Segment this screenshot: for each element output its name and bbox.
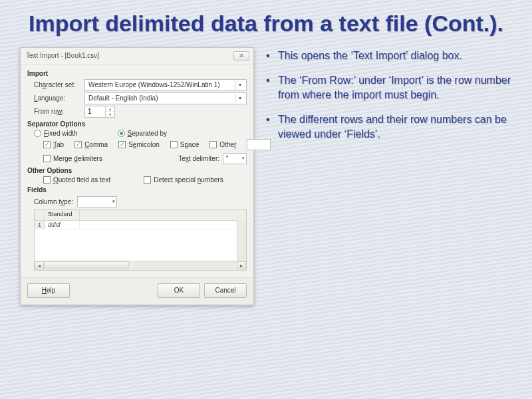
scroll-right-icon[interactable]: ▸ (237, 261, 246, 269)
fields-preview[interactable]: Standard 1 dsfsf ◂ ▸ (34, 209, 247, 271)
radio-fixed-width[interactable]: Fixed width (34, 130, 78, 137)
list-item: The different rows and their row numbers… (266, 112, 512, 141)
radio-icon (34, 130, 41, 137)
checkbox-detect[interactable]: Detect special numbers (144, 176, 223, 184)
dialog-titlebar: Text Import - [Book1.csv] ✕ (21, 48, 253, 65)
chevron-down-icon: ▾ (112, 199, 115, 204)
checkbox-space[interactable]: Space (170, 139, 199, 150)
checkbox-icon (43, 176, 51, 184)
chevron-down-icon: ▾ (242, 156, 245, 161)
checkbox-other[interactable]: Other (209, 139, 236, 150)
charset-value: Western Europe (Windows-1252/WinLatin 1) (88, 81, 220, 88)
dialog-title: Text Import - [Book1.csv] (26, 52, 99, 59)
row-number: 1 (35, 221, 45, 229)
chevron-down-icon: ▾ (235, 80, 244, 90)
section-fields: Fields (27, 186, 247, 194)
fromrow-spinner[interactable]: ▴ ▾ (84, 106, 115, 118)
scrollbar-thumb[interactable] (44, 261, 129, 269)
radio-separated-by[interactable]: Separated by (118, 130, 168, 137)
list-item: This opens the ‘Text Import’ dialog box. (266, 49, 512, 63)
text-import-dialog: Text Import - [Book1.csv] ✕ Import Chara… (20, 47, 254, 305)
textdelim-value: " (226, 155, 229, 162)
spinner-up-icon[interactable]: ▴ (106, 106, 114, 112)
checkbox-icon (43, 155, 51, 162)
language-value: Default - English (India) (88, 94, 158, 102)
checkbox-icon (118, 141, 126, 148)
vertical-scrollbar[interactable] (237, 220, 246, 261)
checkbox-icon (170, 141, 178, 148)
textdelim-label: Text delimiter: (178, 155, 219, 162)
checkbox-tab[interactable]: Tab (43, 139, 64, 150)
charset-label: Character set: (34, 81, 82, 88)
checkbox-icon (209, 141, 217, 148)
fromrow-label: From row: (34, 108, 82, 115)
column-header: Standard (45, 210, 80, 220)
checkbox-semicolon[interactable]: Semicolon (118, 139, 160, 150)
charset-select[interactable]: Western Europe (Windows-1252/WinLatin 1)… (84, 79, 247, 91)
checkbox-comma[interactable]: Comma (74, 139, 108, 150)
checkbox-icon (74, 141, 82, 148)
language-label: Language: (34, 94, 82, 102)
checkbox-quoted[interactable]: Quoted field as text (43, 176, 110, 184)
chevron-down-icon: ▾ (235, 94, 244, 103)
fromrow-input[interactable] (85, 106, 105, 117)
checkbox-icon (43, 141, 51, 148)
slide-title: Import delimited data from a text file (… (0, 0, 532, 38)
checkbox-merge[interactable]: Merge delimiters (43, 155, 102, 162)
section-separator: Separator Options (27, 120, 247, 128)
textdelim-select[interactable]: " ▾ (223, 153, 247, 164)
close-icon[interactable]: ✕ (233, 51, 249, 61)
radio-icon (118, 130, 125, 137)
language-select[interactable]: Default - English (India) ▾ (84, 92, 247, 104)
cancel-button[interactable]: Cancel (204, 283, 247, 298)
table-row: 1 dsfsf (35, 221, 246, 229)
section-import: Import (27, 70, 247, 77)
horizontal-scrollbar[interactable]: ◂ ▸ (35, 261, 246, 270)
section-other: Other Options (27, 167, 247, 174)
bullet-list: This opens the ‘Text Import’ dialog box.… (266, 47, 512, 305)
coltype-label: Column type: (34, 198, 73, 205)
help-button[interactable]: Help (27, 283, 70, 298)
list-item: The ‘From Row:’ under ‘Import’ is the ro… (266, 73, 512, 102)
checkbox-icon (144, 176, 151, 184)
coltype-select[interactable]: ▾ (77, 196, 117, 207)
cell: dsfsf (45, 221, 80, 229)
scroll-left-icon[interactable]: ◂ (35, 261, 44, 269)
spinner-down-icon[interactable]: ▾ (106, 112, 114, 117)
ok-button[interactable]: OK (158, 283, 200, 298)
